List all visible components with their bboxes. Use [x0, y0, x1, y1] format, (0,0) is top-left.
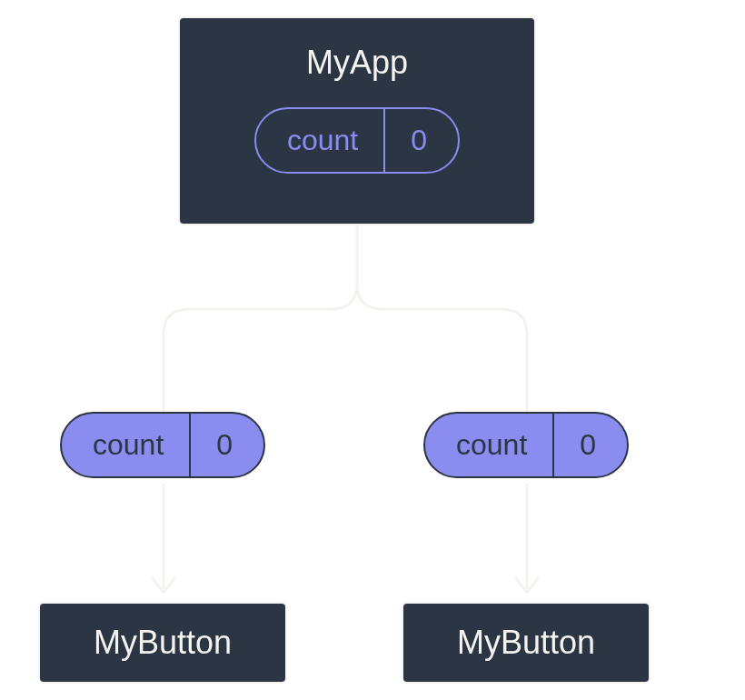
- child-component-right: MyButton: [402, 602, 651, 684]
- state-pill-value: 0: [385, 109, 458, 172]
- state-pill: count 0: [254, 107, 460, 174]
- prop-pill-left-label: count: [62, 414, 191, 476]
- prop-pill-right: count 0: [423, 412, 629, 478]
- child-component-left-title: MyButton: [94, 624, 232, 662]
- prop-pill-left: count 0: [60, 412, 265, 478]
- parent-component-title: MyApp: [306, 44, 408, 82]
- prop-pill-right-value: 0: [554, 414, 627, 476]
- parent-component-box: MyApp count 0: [178, 16, 536, 225]
- state-pill-label: count: [256, 109, 385, 172]
- prop-pill-right-label: count: [425, 414, 554, 476]
- component-tree-diagram: MyApp count 0 count 0 count 0 MyButton M…: [0, 0, 745, 700]
- child-component-left: MyButton: [38, 602, 287, 684]
- prop-pill-left-value: 0: [191, 414, 263, 476]
- child-component-right-title: MyButton: [457, 624, 595, 662]
